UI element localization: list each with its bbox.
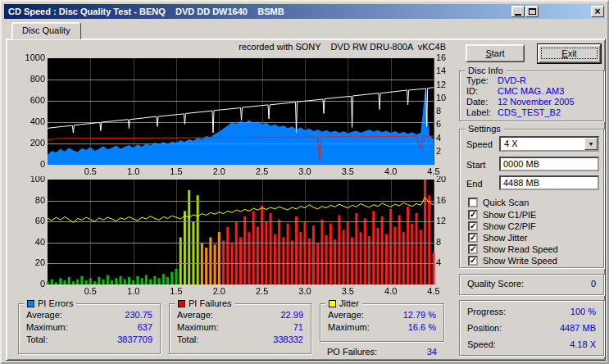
stat-row: Maximum:637 — [19, 321, 160, 334]
speed-row: Speed: 4.18 X — [460, 336, 603, 353]
stat-value: 230.75 — [125, 309, 152, 321]
app-window: CD Speed : Disc Quality Test - BENQ DVD … — [0, 0, 609, 364]
progress-row: Progress: 100 % — [460, 303, 603, 320]
maximize-icon — [529, 8, 536, 15]
disc-id-label: ID: — [466, 86, 478, 96]
close-button[interactable]: × — [591, 6, 604, 17]
stat-value: 637 — [138, 321, 152, 334]
disc-label-label: Label: — [466, 107, 491, 117]
disc-date-label: Date: — [466, 97, 488, 107]
stat-value: 12.79 % — [403, 309, 436, 321]
stat-row: Maximum:71 — [170, 321, 311, 334]
po-failures-row: PO Failures: 34 — [320, 346, 444, 358]
stat-value: 338332 — [273, 334, 303, 346]
show-jitter-label: Show Jitter — [483, 233, 527, 243]
stat-row: Total:3837709 — [19, 334, 160, 346]
stat-label: Maximum: — [328, 321, 370, 334]
pi-errors-swatch-icon — [27, 300, 34, 307]
start-position-label: Start — [466, 159, 485, 171]
show-write-speed-checkbox[interactable]: ✓ — [468, 256, 478, 266]
stat-value: 71 — [293, 321, 303, 334]
pi-errors-title: PI Errors — [38, 298, 73, 309]
jitter-swatch-icon — [329, 300, 336, 307]
progress-label: Progress: — [467, 303, 506, 320]
settings-group: Settings Speed 4 X ▼ Start End Quick Sca… — [459, 129, 604, 268]
stat-label: Average: — [177, 309, 213, 321]
minimize-icon — [515, 14, 521, 16]
pi-errors-panel: PI Errors Average:230.75 Maximum:637 Tot… — [18, 303, 161, 354]
position-row: Position: 4487 MB — [460, 320, 603, 336]
show-read-speed-label: Show Read Speed — [483, 244, 558, 255]
maximize-button[interactable] — [525, 6, 539, 17]
tab-label: Disc Quality — [22, 25, 70, 35]
stat-value: 16.6 % — [408, 321, 436, 334]
disc-date-value: 12 November 2005 — [498, 97, 575, 107]
stat-label: Total: — [26, 334, 48, 346]
start-button[interactable]: Start — [466, 44, 525, 62]
title-bar: CD Speed : Disc Quality Test - BENQ DVD … — [4, 4, 605, 19]
show-write-speed-label: Show Write Speed — [483, 256, 557, 266]
quality-score-label: Quality Score: — [467, 275, 524, 293]
stat-value: 3837709 — [117, 334, 152, 346]
show-c1-pie-checkbox[interactable]: ✓ — [468, 210, 478, 220]
disc-info-group: Disc Info Type: DVD-R ID: CMC MAG. AM3 D… — [459, 71, 604, 121]
quality-score-value: 0 — [591, 275, 596, 293]
speed-selected-value: 4 X — [501, 138, 584, 150]
pi-failures-title: PI Failures — [189, 298, 232, 309]
disc-info-title: Disc Info — [465, 65, 507, 76]
show-read-speed-checkbox[interactable]: ✓ — [468, 244, 478, 254]
show-c2-pif-checkbox[interactable]: ✓ — [468, 221, 478, 231]
po-failures-label: PO Failures: — [327, 346, 377, 358]
stat-value: 22.99 — [280, 309, 303, 321]
speed-select[interactable]: 4 X ▼ — [499, 136, 599, 152]
position-label: Position: — [467, 320, 502, 336]
disc-label-value: CDS_TEST_B2 — [498, 107, 561, 117]
exit-button[interactable]: Exit — [538, 44, 601, 63]
quick-scan-checkbox[interactable] — [468, 198, 478, 207]
stat-row: Average:12.79 % — [320, 309, 443, 321]
stat-label: Maximum: — [177, 321, 219, 334]
settings-title: Settings — [465, 123, 504, 134]
speed-label: Speed — [466, 139, 493, 150]
quality-score-box: Quality Score: 0 — [459, 274, 604, 295]
stat-label: Average: — [328, 309, 364, 321]
disc-id-value: CMC MAG. AM3 — [498, 86, 564, 96]
speed-status-label: Speed: — [467, 336, 496, 353]
start-position-field[interactable] — [499, 157, 599, 171]
chevron-down-icon: ▼ — [589, 141, 594, 147]
disc-type-value: DVD-R — [498, 75, 526, 85]
pi-errors-speed-chart — [8, 52, 455, 178]
stat-row: Total:338332 — [170, 334, 311, 346]
speed-dropdown-button[interactable]: ▼ — [584, 138, 598, 150]
show-c1-pie-label: Show C1/PIE — [483, 210, 536, 221]
status-panel: Progress: 100 % Position: 4487 MB Speed:… — [459, 300, 604, 356]
stat-row: Average:230.75 — [19, 309, 160, 321]
stat-label: Average: — [26, 309, 62, 321]
stat-row: Average:22.99 — [170, 309, 311, 321]
minimize-button[interactable] — [511, 6, 525, 17]
pi-failures-swatch-icon — [178, 300, 185, 307]
quick-scan-label: Quick Scan — [483, 198, 529, 208]
stat-row: Maximum:16.6 % — [320, 321, 443, 334]
speed-status-value: 4.18 X — [570, 336, 596, 353]
show-jitter-checkbox[interactable]: ✓ — [468, 233, 478, 243]
end-position-field[interactable] — [499, 175, 599, 190]
stat-label: Maximum: — [26, 321, 68, 334]
close-icon: × — [594, 7, 600, 16]
window-title: CD Speed : Disc Quality Test - BENQ DVD … — [8, 4, 284, 19]
jitter-panel: Jitter Average:12.79 % Maximum:16.6 % — [320, 303, 444, 342]
position-value: 4487 MB — [560, 320, 596, 336]
jitter-title: Jitter — [339, 298, 359, 309]
show-c2-pif-label: Show C2/PIF — [483, 221, 536, 232]
pi-failures-panel: PI Failures Average:22.99 Maximum:71 Tot… — [169, 303, 311, 354]
stat-label: Total: — [177, 334, 198, 346]
end-position-label: End — [466, 178, 483, 189]
po-failures-value: 34 — [427, 346, 437, 358]
progress-value: 100 % — [570, 303, 596, 320]
recorder-info-text: recorded with SONY DVD RW DRU-800A vKC4B — [8, 42, 446, 52]
disc-type-label: Type: — [466, 75, 489, 85]
pi-failures-jitter-chart — [8, 176, 455, 298]
tab-disc-quality[interactable]: Disc Quality — [11, 22, 81, 39]
